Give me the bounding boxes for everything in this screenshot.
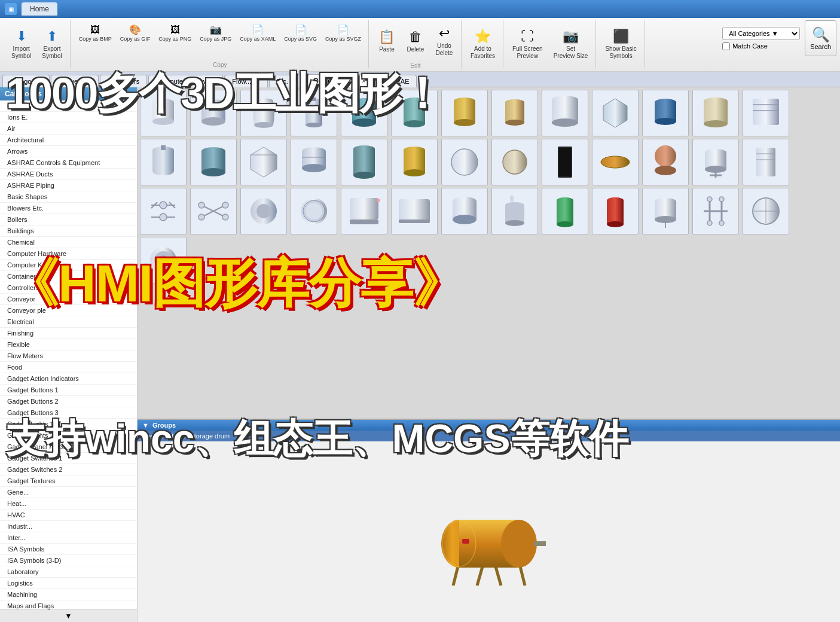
sidebar-item-industrial[interactable]: Industr... (0, 521, 137, 532)
symbol-8[interactable] (491, 90, 538, 136)
sidebar-item-gadget-panel[interactable]: Gadget Panel Pieces (0, 441, 137, 453)
sidebar-item-electrical[interactable]: Electrical (0, 316, 137, 328)
sidebar-item-architectural[interactable]: Architectural (0, 135, 137, 146)
sidebar-item-hvac[interactable]: HVAC (0, 510, 137, 521)
symbol-14[interactable] (140, 139, 187, 185)
sidebar-item-air[interactable]: Air (0, 123, 137, 135)
sidebar-item-logistics[interactable]: Logistics (0, 578, 137, 589)
copy-svg-button[interactable]: 📄 Copy as SVG (280, 23, 320, 43)
symbol-11[interactable] (642, 90, 689, 136)
sidebar-item-ions[interactable]: Ions E. (0, 112, 137, 123)
tab-computer-hardware[interactable]: Computer Hardware (148, 75, 223, 87)
tab-containers[interactable]: Containers (100, 75, 147, 87)
sidebar-item-gadget-buttons-2[interactable]: Gadget Buttons 2 (0, 396, 137, 407)
sidebar-item-basic-shapes[interactable]: Basic Shapes (0, 191, 137, 203)
sidebar-item-finishing[interactable]: Finishing (0, 328, 137, 339)
sidebar-item-flexible[interactable]: Flexible (0, 339, 137, 350)
sidebar-item-gadget-buttons-1[interactable]: Gadget Buttons 1 (0, 385, 137, 396)
show-basic-button[interactable]: ⬛ Show BasicSymbols (601, 23, 640, 65)
symbol-18[interactable] (341, 139, 387, 185)
symbol-38[interactable] (692, 188, 739, 234)
symbol-20[interactable] (441, 139, 488, 185)
symbol-31[interactable] (341, 188, 387, 234)
match-case-label[interactable]: Match Case (722, 42, 800, 50)
close-basic-tab[interactable]: × (362, 78, 365, 84)
symbol-16[interactable] (240, 139, 287, 185)
tab-etc[interactable]: Etc. × (269, 75, 305, 87)
sidebar-item-gadget-lights-1[interactable]: Gadget Lights 1 (0, 419, 137, 430)
sidebar-item-3d[interactable]: 3-D (0, 100, 137, 112)
preview-toggle[interactable]: ▼ (142, 422, 149, 429)
symbol-25[interactable] (692, 139, 739, 185)
close-etc-tab[interactable]: × (294, 78, 297, 85)
symbol-29[interactable] (240, 188, 287, 234)
match-case-checkbox[interactable] (722, 42, 730, 50)
symbol-22[interactable] (542, 139, 588, 185)
sidebar-item-gadget-lights-2[interactable]: Gadget Lights 2 (0, 430, 137, 441)
undo-button[interactable]: ↩ UndoDelete (431, 20, 457, 62)
sidebar-item-flow-meters[interactable]: Flow Meters (0, 350, 137, 362)
tab-flow[interactable]: Flow... × (224, 75, 268, 87)
symbol-2[interactable] (190, 90, 237, 136)
symbol-6[interactable] (391, 90, 438, 136)
symbol-10[interactable] (592, 90, 639, 136)
copy-png-button[interactable]: 🖼 Copy as PNG (155, 23, 195, 43)
sidebar-item-maps[interactable]: Maps and Flags (0, 600, 137, 609)
category-select[interactable]: All Categories ▼ 3-D Containers Computer… (722, 27, 800, 40)
tab-basic-shapes[interactable]: Basic Shapes × (306, 74, 373, 87)
home-tab[interactable]: Home (22, 2, 57, 16)
close-flow-tab[interactable]: × (256, 78, 260, 85)
symbol-26[interactable] (743, 139, 789, 185)
symbol-21[interactable] (491, 139, 538, 185)
sidebar-item-arrows[interactable]: Arrows (0, 146, 137, 157)
symbol-33[interactable] (441, 188, 488, 234)
copy-bmp-button[interactable]: 🖼 Copy as BMP (75, 23, 115, 43)
symbol-1[interactable] (140, 90, 187, 136)
symbol-13[interactable] (743, 90, 789, 136)
sidebar-item-buildings[interactable]: Buildings (0, 225, 137, 237)
symbol-40[interactable] (140, 237, 187, 283)
delete-button[interactable]: 🗑 Delete (402, 20, 429, 62)
symbol-19[interactable] (391, 139, 438, 185)
symbol-28[interactable] (190, 188, 237, 234)
copy-gif-button[interactable]: 🎨 Copy as GIF (117, 23, 154, 43)
export-symbol-button[interactable]: ⬆ ExportSymbol (38, 23, 66, 65)
symbol-12[interactable] (692, 90, 739, 136)
sidebar-item-gadget-buttons-3[interactable]: Gadget Buttons 3 (0, 407, 137, 419)
preview-size-button[interactable]: 📷 SetPreview Size (549, 23, 592, 65)
symbol-15[interactable] (190, 139, 237, 185)
sidebar-scroll-down[interactable]: ▼ (0, 609, 137, 622)
sidebar-item-gene[interactable]: Gene... (0, 487, 137, 498)
symbol-9[interactable] (542, 90, 588, 136)
symbol-5[interactable] (341, 90, 387, 136)
sidebar-item-isa-3d[interactable]: ISA Symbols (3-D) (0, 555, 137, 566)
symbol-30[interactable] (291, 188, 337, 234)
import-symbol-button[interactable]: ⬇ ImportSymbol (7, 23, 35, 65)
copy-xaml-button[interactable]: 📄 Copy as XAML (236, 23, 279, 43)
symbol-37[interactable] (642, 188, 689, 234)
sidebar-item-gadget-switches-2[interactable]: Gadget Switches 2 (0, 464, 137, 475)
full-screen-button[interactable]: ⛶ Full ScreenPreview (508, 23, 547, 65)
sidebar-item-computer-keys[interactable]: Computer Keys (0, 260, 137, 271)
sidebar-item-gadget-switches-1[interactable]: Gadget Switches 1 (0, 453, 137, 464)
sidebar-item-gadget-textures[interactable]: Gadget Textures (0, 475, 137, 487)
sidebar-item-food[interactable]: Food (0, 362, 137, 373)
symbol-3[interactable] (240, 90, 287, 136)
sidebar-item-heat[interactable]: Heat... (0, 498, 137, 510)
symbol-27[interactable] (140, 188, 187, 234)
sidebar-item-conveyor[interactable]: Conveyor (0, 294, 137, 305)
symbol-4[interactable] (291, 90, 337, 136)
search-button[interactable]: 🔍 Search (805, 20, 836, 56)
tab-ashrae[interactable]: ASHRAE (374, 75, 417, 87)
symbol-7[interactable] (441, 90, 488, 136)
sidebar-item-computer-hardware[interactable]: Computer Hardware (0, 248, 137, 260)
add-favorites-button[interactable]: ⭐ Add toFavorites (466, 23, 499, 65)
symbol-23[interactable] (592, 139, 639, 185)
symbol-32[interactable] (391, 188, 438, 234)
symbol-34[interactable] (491, 188, 538, 234)
sidebar-item-chemical[interactable]: Chemical (0, 237, 137, 248)
symbol-36[interactable] (592, 188, 639, 234)
sidebar-item-machining[interactable]: Machining (0, 589, 137, 600)
tab-categories[interactable]: Categories (2, 75, 50, 87)
sidebar-item-ashrae-ducts[interactable]: ASHRAE Ducts (0, 169, 137, 180)
